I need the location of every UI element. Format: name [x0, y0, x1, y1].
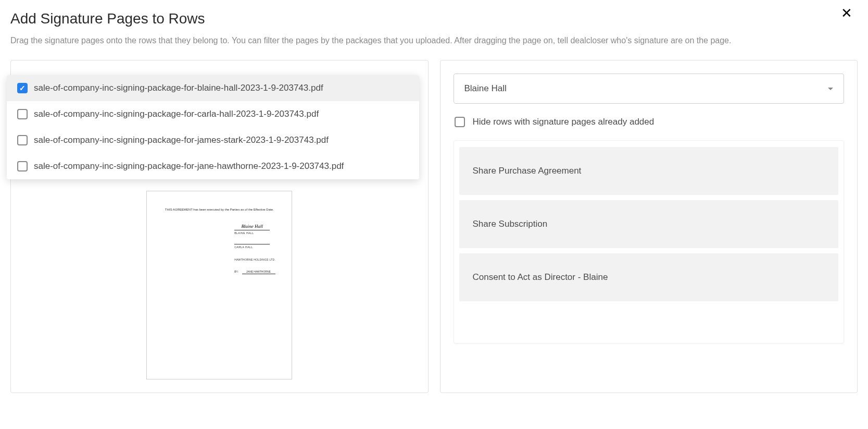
document-row[interactable]: Consent to Act as Director - Blaine — [459, 253, 839, 301]
right-panel: Blaine Hall Hide rows with signature pag… — [440, 60, 858, 393]
signature-block: HAWTHORNE HOLDINGS LTD. BY: JANE HAWTHOR… — [234, 258, 277, 275]
package-label: sale-of-company-inc-signing-package-for-… — [34, 135, 329, 145]
by-name: JANE HAWTHORNE — [242, 270, 275, 274]
checkbox-icon[interactable] — [17, 161, 28, 171]
package-option[interactable]: sale-of-company-inc-signing-package-for-… — [7, 101, 419, 127]
row-label: Share Purchase Agreement — [473, 166, 582, 176]
package-label: sale-of-company-inc-signing-package-for-… — [34, 161, 344, 171]
hide-rows-option[interactable]: Hide rows with signature pages already a… — [454, 117, 845, 127]
package-filter-dropdown: sale-of-company-inc-signing-package-for-… — [7, 75, 419, 179]
package-label: sale-of-company-inc-signing-package-for-… — [34, 109, 319, 119]
preview-agreement-text: THIS AGREEMENT has been executed by the … — [161, 208, 277, 211]
document-row[interactable]: Share Subscription — [459, 200, 839, 248]
select-value: Blaine Hall — [464, 83, 507, 94]
left-panel: sale-of-company-inc-signing-package-for-… — [10, 60, 429, 393]
modal-subtitle: Drag the signature pages onto the rows t… — [10, 34, 812, 47]
person-select[interactable]: Blaine Hall — [454, 73, 845, 104]
chevron-down-icon — [828, 88, 833, 90]
rows-container: Share Purchase Agreement Share Subscript… — [454, 140, 845, 344]
checkbox-icon[interactable] — [455, 117, 465, 127]
checkbox-icon[interactable] — [17, 83, 28, 93]
signature-page-preview[interactable]: THIS AGREEMENT has been executed by the … — [146, 191, 292, 379]
by-label: BY: — [234, 270, 238, 273]
signature-script: Blaine Hall — [241, 224, 263, 229]
signature-name: BLAINE HALL — [234, 231, 277, 235]
checkbox-icon[interactable] — [17, 135, 28, 145]
modal-title: Add Signature Pages to Rows — [10, 10, 858, 27]
package-label: sale-of-company-inc-signing-package-for-… — [34, 83, 323, 93]
signature-line: Blaine Hall — [234, 220, 270, 230]
package-option[interactable]: sale-of-company-inc-signing-package-for-… — [7, 75, 419, 101]
package-option[interactable]: sale-of-company-inc-signing-package-for-… — [7, 127, 419, 153]
document-row[interactable]: Share Purchase Agreement — [459, 147, 839, 195]
company-name: HAWTHORNE HOLDINGS LTD. — [234, 258, 277, 261]
checkbox-icon[interactable] — [17, 109, 28, 119]
signature-block: CARLA HALL — [234, 244, 277, 249]
signature-line — [234, 244, 270, 244]
content-area: sale-of-company-inc-signing-package-for-… — [10, 60, 858, 393]
row-label: Consent to Act as Director - Blaine — [473, 272, 608, 282]
signature-block: Blaine Hall BLAINE HALL — [234, 220, 277, 235]
hide-rows-label: Hide rows with signature pages already a… — [473, 117, 655, 127]
package-option[interactable]: sale-of-company-inc-signing-package-for-… — [7, 153, 419, 179]
signature-name: CARLA HALL — [234, 246, 277, 249]
modal-header: ✕ Add Signature Pages to Rows Drag the s… — [10, 10, 858, 47]
close-icon[interactable]: ✕ — [841, 6, 852, 20]
row-label: Share Subscription — [473, 219, 548, 229]
